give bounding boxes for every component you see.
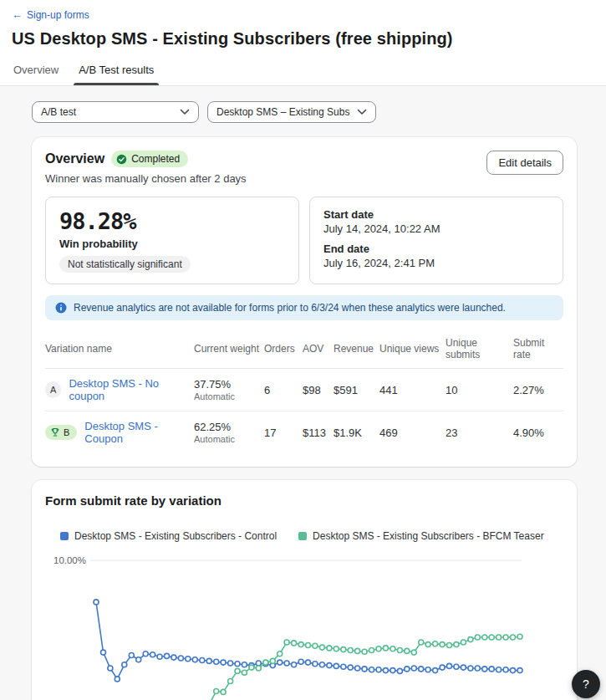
col-unique-views: Unique views [379, 343, 446, 355]
overview-card: Overview Completed Winner was manually c… [32, 137, 577, 467]
variation-b-winner-badge: B [45, 425, 77, 440]
filter-row: A/B test Desktop SMS – Existing Subscrib… [32, 101, 577, 123]
start-date-label: Start date [323, 208, 549, 221]
col-submit-rate: Submit rate [513, 337, 563, 360]
end-date-label: End date [323, 243, 549, 255]
variation-table: Variation name Current weight Orders AOV… [45, 329, 563, 453]
col-revenue: Revenue [334, 343, 379, 355]
table-header-row: Variation name Current weight Orders AOV… [45, 329, 563, 369]
win-probability-label: Win probability [59, 238, 285, 250]
chart-legend: Desktop SMS - Existing Subscribers - Con… [60, 530, 563, 542]
revenue-value: $1.9K [334, 427, 379, 439]
col-variation-name: Variation name [45, 343, 194, 355]
ab-test-select-value: A/B test [41, 106, 76, 118]
back-link-label: Sign-up forms [27, 9, 89, 21]
info-icon [55, 302, 67, 314]
table-row: A Desktop SMS - No coupon 37.75% Automat… [45, 369, 563, 411]
win-probability-value: 98.28% [59, 208, 285, 234]
significance-badge: Not statistically significant [59, 256, 191, 273]
question-mark-icon: ? [583, 677, 589, 691]
table-row: B Desktop SMS - Coupon 62.25% Automatic … [45, 411, 563, 453]
unique-submits-value: 23 [446, 427, 513, 439]
arrow-left-icon: ← [12, 9, 23, 20]
col-unique-submits: Unique submits [446, 337, 513, 360]
status-badge: Completed [111, 151, 188, 167]
unique-views-value: 469 [379, 427, 446, 439]
help-button[interactable]: ? [572, 670, 600, 698]
submit-rate-value: 2.27% [513, 384, 563, 396]
end-date-value: July 16, 2024, 2:41 PM [323, 257, 549, 269]
variation-b-label: B [64, 427, 69, 437]
back-link[interactable]: ← Sign-up forms [12, 9, 89, 21]
chevron-down-icon [180, 109, 190, 115]
chart-title: Form submit rate by variation [45, 493, 563, 508]
weight-mode: Automatic [194, 391, 264, 401]
tab-bar: Overview A/B Test results [12, 60, 594, 85]
weight-mode: Automatic [194, 434, 264, 444]
status-badge-label: Completed [131, 153, 180, 165]
legend-swatch-bfcm-teaser [298, 532, 307, 540]
unique-submits-value: 10 [446, 384, 513, 396]
col-orders: Orders [264, 343, 303, 355]
win-probability-box: 98.28% Win probability Not statistically… [45, 197, 299, 284]
orders-value: 6 [264, 384, 303, 396]
start-date-value: July 14, 2024, 10:22 AM [323, 222, 549, 235]
overview-card-title: Overview [45, 151, 104, 166]
form-select[interactable]: Desktop SMS – Existing Subscribers T... [207, 101, 376, 123]
legend-label-control: Desktop SMS - Existing Subscribers - Con… [74, 530, 277, 542]
orders-value: 17 [264, 427, 303, 439]
form-select-value: Desktop SMS – Existing Subscribers T... [216, 106, 350, 118]
legend-label-bfcm-teaser: Desktop SMS - Existing Subscribers - BFC… [313, 530, 544, 542]
chevron-down-icon [357, 109, 367, 115]
check-circle-icon [116, 154, 127, 165]
tab-overview[interactable]: Overview [12, 60, 60, 85]
legend-item-control[interactable]: Desktop SMS - Existing Subscribers - Con… [60, 530, 277, 542]
submit-rate-value: 4.90% [513, 427, 563, 439]
svg-text:10.00%: 10.00% [53, 555, 86, 565]
unique-views-value: 441 [379, 384, 446, 396]
info-banner: Revenue analytics are not available for … [45, 295, 563, 320]
page-header: ← Sign-up forms US Desktop SMS - Existin… [0, 0, 606, 86]
tab-ab-test-results[interactable]: A/B Test results [77, 60, 155, 85]
ab-test-select[interactable]: A/B test [32, 101, 199, 123]
revenue-value: $591 [334, 384, 379, 396]
submit-rate-chart[interactable]: 10.00%0.00%Nov 14, 10 AMNov 14, 8 PMNov … [45, 550, 563, 700]
winner-note: Winner was manually chosen after 2 days [45, 172, 247, 185]
aov-value: $113 [303, 427, 334, 439]
weight-value: 37.75% [194, 378, 264, 391]
aov-value: $98 [303, 384, 334, 396]
col-aov: AOV [303, 343, 334, 355]
weight-value: 62.25% [194, 421, 264, 433]
variation-a-link[interactable]: Desktop SMS - No coupon [69, 377, 194, 402]
col-current-weight: Current weight [194, 343, 264, 355]
dates-box: Start date July 14, 2024, 10:22 AM End d… [309, 197, 563, 284]
trophy-icon [50, 427, 60, 437]
info-banner-text: Revenue analytics are not available for … [74, 302, 506, 314]
variation-b-link[interactable]: Desktop SMS - Coupon [84, 420, 194, 445]
legend-item-bfcm-teaser[interactable]: Desktop SMS - Existing Subscribers - BFC… [298, 530, 544, 542]
edit-details-button[interactable]: Edit details [486, 151, 563, 175]
submit-rate-card: Form submit rate by variation Desktop SM… [32, 480, 577, 700]
legend-swatch-control [60, 532, 69, 540]
variation-a-badge: A [45, 381, 61, 398]
page-title: US Desktop SMS - Existing Subscribers (f… [12, 29, 594, 49]
